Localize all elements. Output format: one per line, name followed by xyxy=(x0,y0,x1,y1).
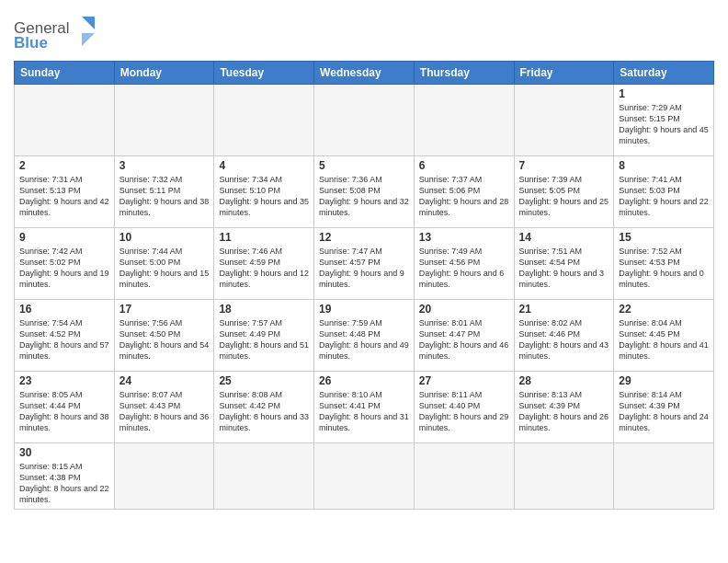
day-info: Sunrise: 8:15 AM Sunset: 4:38 PM Dayligh… xyxy=(19,461,109,506)
day-number: 23 xyxy=(19,374,109,387)
calendar-cell: 21Sunrise: 8:02 AM Sunset: 4:46 PM Dayli… xyxy=(514,300,614,372)
calendar-cell xyxy=(314,443,415,510)
weekday-header-thursday: Thursday xyxy=(414,62,514,85)
day-info: Sunrise: 8:14 AM Sunset: 4:39 PM Dayligh… xyxy=(619,389,709,434)
logo-text: General Blue xyxy=(14,13,97,53)
calendar-cell: 9Sunrise: 7:42 AM Sunset: 5:02 PM Daylig… xyxy=(15,228,115,300)
day-number: 25 xyxy=(219,374,309,387)
calendar-cell: 4Sunrise: 7:34 AM Sunset: 5:10 PM Daylig… xyxy=(214,156,314,228)
calendar-cell: 19Sunrise: 7:59 AM Sunset: 4:48 PM Dayli… xyxy=(314,300,415,372)
header: General Blue xyxy=(14,9,714,53)
calendar-cell xyxy=(614,443,714,510)
day-info: Sunrise: 8:10 AM Sunset: 4:41 PM Dayligh… xyxy=(319,389,409,434)
day-number: 11 xyxy=(219,231,309,244)
day-info: Sunrise: 8:01 AM Sunset: 4:47 PM Dayligh… xyxy=(419,317,509,362)
day-info: Sunrise: 8:05 AM Sunset: 4:44 PM Dayligh… xyxy=(19,389,109,434)
calendar-week-4: 16Sunrise: 7:54 AM Sunset: 4:52 PM Dayli… xyxy=(15,300,714,372)
calendar-week-5: 23Sunrise: 8:05 AM Sunset: 4:44 PM Dayli… xyxy=(15,372,714,443)
calendar-cell xyxy=(414,443,514,510)
weekday-header-tuesday: Tuesday xyxy=(214,62,314,85)
calendar-cell xyxy=(214,443,314,510)
day-number: 19 xyxy=(319,303,409,316)
day-number: 20 xyxy=(419,303,509,316)
page: General Blue SundayMondayTuesdayWednesda… xyxy=(0,0,728,563)
day-info: Sunrise: 7:41 AM Sunset: 5:03 PM Dayligh… xyxy=(619,174,709,219)
day-number: 8 xyxy=(619,159,709,172)
calendar-cell: 3Sunrise: 7:32 AM Sunset: 5:11 PM Daylig… xyxy=(114,156,214,228)
calendar-cell: 23Sunrise: 8:05 AM Sunset: 4:44 PM Dayli… xyxy=(15,372,115,443)
calendar-cell: 17Sunrise: 7:56 AM Sunset: 4:50 PM Dayli… xyxy=(114,300,214,372)
day-info: Sunrise: 8:11 AM Sunset: 4:40 PM Dayligh… xyxy=(419,389,509,434)
day-info: Sunrise: 7:47 AM Sunset: 4:57 PM Dayligh… xyxy=(319,246,409,291)
calendar-cell: 26Sunrise: 8:10 AM Sunset: 4:41 PM Dayli… xyxy=(314,372,415,443)
day-number: 29 xyxy=(619,374,709,387)
svg-marker-3 xyxy=(82,33,95,46)
calendar-cell: 10Sunrise: 7:44 AM Sunset: 5:00 PM Dayli… xyxy=(114,228,214,300)
day-info: Sunrise: 7:57 AM Sunset: 4:49 PM Dayligh… xyxy=(219,317,309,362)
day-info: Sunrise: 7:56 AM Sunset: 4:50 PM Dayligh… xyxy=(119,317,210,362)
day-number: 21 xyxy=(519,303,609,316)
day-number: 9 xyxy=(19,231,109,244)
calendar-cell: 2Sunrise: 7:31 AM Sunset: 5:13 PM Daylig… xyxy=(15,156,115,228)
calendar-cell: 16Sunrise: 7:54 AM Sunset: 4:52 PM Dayli… xyxy=(15,300,115,372)
day-number: 14 xyxy=(519,231,609,244)
calendar-table: SundayMondayTuesdayWednesdayThursdayFrid… xyxy=(14,61,714,510)
svg-marker-2 xyxy=(82,17,95,29)
day-info: Sunrise: 7:52 AM Sunset: 4:53 PM Dayligh… xyxy=(619,246,709,291)
day-number: 7 xyxy=(519,159,609,172)
day-number: 18 xyxy=(219,303,309,316)
calendar-cell: 7Sunrise: 7:39 AM Sunset: 5:05 PM Daylig… xyxy=(514,156,614,228)
day-info: Sunrise: 7:29 AM Sunset: 5:15 PM Dayligh… xyxy=(619,102,709,147)
calendar-cell xyxy=(314,85,415,156)
calendar-cell xyxy=(214,85,314,156)
day-info: Sunrise: 8:07 AM Sunset: 4:43 PM Dayligh… xyxy=(119,389,210,434)
day-info: Sunrise: 7:42 AM Sunset: 5:02 PM Dayligh… xyxy=(19,246,109,291)
day-number: 15 xyxy=(619,231,709,244)
day-info: Sunrise: 7:36 AM Sunset: 5:08 PM Dayligh… xyxy=(319,174,409,219)
calendar-cell: 1Sunrise: 7:29 AM Sunset: 5:15 PM Daylig… xyxy=(614,85,714,156)
day-number: 1 xyxy=(619,87,709,100)
calendar-cell xyxy=(114,85,214,156)
calendar-cell: 15Sunrise: 7:52 AM Sunset: 4:53 PM Dayli… xyxy=(614,228,714,300)
day-info: Sunrise: 8:02 AM Sunset: 4:46 PM Dayligh… xyxy=(519,317,609,362)
calendar-week-1: 1Sunrise: 7:29 AM Sunset: 5:15 PM Daylig… xyxy=(15,85,714,156)
calendar-week-6: 30Sunrise: 8:15 AM Sunset: 4:38 PM Dayli… xyxy=(15,443,714,510)
day-number: 26 xyxy=(319,374,409,387)
day-number: 30 xyxy=(19,446,109,459)
calendar-cell xyxy=(414,85,514,156)
calendar-cell: 11Sunrise: 7:46 AM Sunset: 4:59 PM Dayli… xyxy=(214,228,314,300)
calendar-week-2: 2Sunrise: 7:31 AM Sunset: 5:13 PM Daylig… xyxy=(15,156,714,228)
day-info: Sunrise: 8:08 AM Sunset: 4:42 PM Dayligh… xyxy=(219,389,309,434)
weekday-header-monday: Monday xyxy=(114,62,214,85)
day-number: 13 xyxy=(419,231,509,244)
day-number: 27 xyxy=(419,374,509,387)
day-number: 6 xyxy=(419,159,509,172)
day-number: 5 xyxy=(319,159,409,172)
calendar-week-3: 9Sunrise: 7:42 AM Sunset: 5:02 PM Daylig… xyxy=(15,228,714,300)
weekday-header-saturday: Saturday xyxy=(614,62,714,85)
calendar-cell xyxy=(514,85,614,156)
weekday-header-sunday: Sunday xyxy=(15,62,115,85)
day-info: Sunrise: 7:51 AM Sunset: 4:54 PM Dayligh… xyxy=(519,246,609,291)
day-info: Sunrise: 7:46 AM Sunset: 4:59 PM Dayligh… xyxy=(219,246,309,291)
calendar-cell: 30Sunrise: 8:15 AM Sunset: 4:38 PM Dayli… xyxy=(15,443,115,510)
day-info: Sunrise: 7:34 AM Sunset: 5:10 PM Dayligh… xyxy=(219,174,309,219)
day-number: 4 xyxy=(219,159,309,172)
day-number: 2 xyxy=(19,159,109,172)
logo: General Blue xyxy=(14,13,97,53)
calendar-cell: 12Sunrise: 7:47 AM Sunset: 4:57 PM Dayli… xyxy=(314,228,415,300)
day-number: 22 xyxy=(619,303,709,316)
day-number: 28 xyxy=(519,374,609,387)
calendar-cell: 27Sunrise: 8:11 AM Sunset: 4:40 PM Dayli… xyxy=(414,372,514,443)
calendar-cell: 18Sunrise: 7:57 AM Sunset: 4:49 PM Dayli… xyxy=(214,300,314,372)
day-number: 10 xyxy=(119,231,210,244)
day-info: Sunrise: 8:13 AM Sunset: 4:39 PM Dayligh… xyxy=(519,389,609,434)
calendar-cell: 6Sunrise: 7:37 AM Sunset: 5:06 PM Daylig… xyxy=(414,156,514,228)
weekday-header-wednesday: Wednesday xyxy=(314,62,415,85)
weekday-header-row: SundayMondayTuesdayWednesdayThursdayFrid… xyxy=(15,62,714,85)
calendar-cell xyxy=(514,443,614,510)
day-info: Sunrise: 7:54 AM Sunset: 4:52 PM Dayligh… xyxy=(19,317,109,362)
day-number: 16 xyxy=(19,303,109,316)
day-info: Sunrise: 7:37 AM Sunset: 5:06 PM Dayligh… xyxy=(419,174,509,219)
calendar-cell: 8Sunrise: 7:41 AM Sunset: 5:03 PM Daylig… xyxy=(614,156,714,228)
